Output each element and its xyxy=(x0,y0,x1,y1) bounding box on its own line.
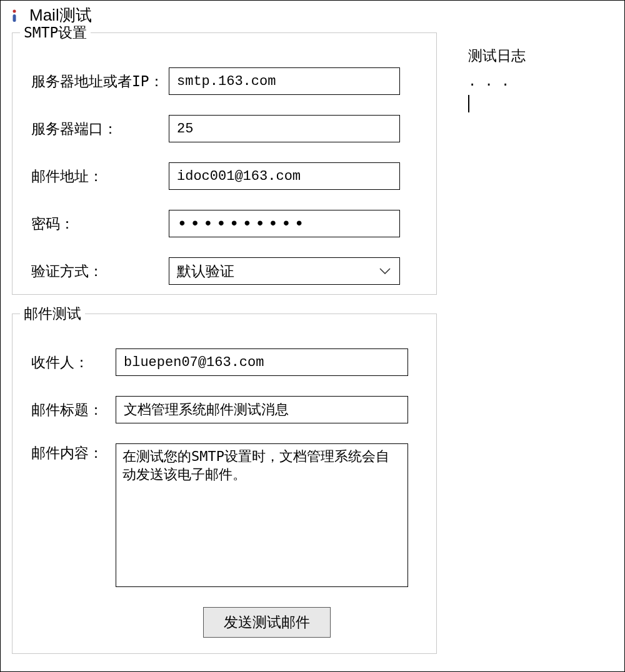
text-cursor xyxy=(468,95,469,112)
info-icon xyxy=(7,8,22,23)
svg-rect-1 xyxy=(13,14,16,22)
log-content: . . . xyxy=(468,69,613,118)
send-test-button[interactable]: 发送测试邮件 xyxy=(203,607,331,638)
email-input[interactable] xyxy=(169,162,400,190)
recipient-input[interactable] xyxy=(116,348,408,376)
server-label: 服务器地址或者IP： xyxy=(31,72,169,91)
smtp-settings-group: SMTP设置 服务器地址或者IP： 服务器端口： 邮件地址： 密码： 验证方式： xyxy=(12,32,437,295)
port-input[interactable] xyxy=(169,115,400,142)
recipient-label: 收件人： xyxy=(31,353,116,372)
password-label: 密码： xyxy=(31,214,169,234)
subject-input[interactable] xyxy=(116,396,408,423)
auth-select[interactable]: 默认验证 xyxy=(169,257,400,285)
port-label: 服务器端口： xyxy=(31,119,169,139)
subject-label: 邮件标题： xyxy=(31,400,116,420)
log-panel: 测试日志 . . . xyxy=(468,32,613,662)
server-input[interactable] xyxy=(169,67,400,95)
chevron-down-icon xyxy=(379,268,391,274)
svg-point-0 xyxy=(13,9,16,12)
smtp-legend: SMTP设置 xyxy=(20,23,91,42)
auth-select-value: 默认验证 xyxy=(177,262,234,281)
log-title: 测试日志 xyxy=(468,46,613,66)
title-bar: Mail测试 xyxy=(1,1,624,32)
mail-test-group: 邮件测试 收件人： 邮件标题： 邮件内容： 发送测试邮件 xyxy=(12,314,437,654)
body-label: 邮件内容： xyxy=(31,443,116,463)
body-textarea[interactable] xyxy=(116,443,408,587)
email-label: 邮件地址： xyxy=(31,167,169,186)
mailtest-legend: 邮件测试 xyxy=(20,304,85,324)
auth-label: 验证方式： xyxy=(31,262,169,281)
password-input[interactable] xyxy=(169,210,400,237)
